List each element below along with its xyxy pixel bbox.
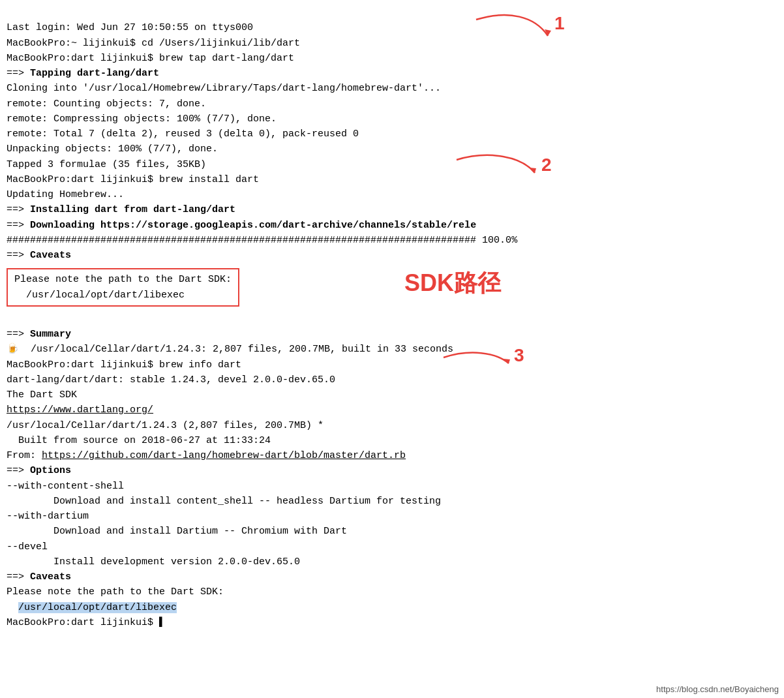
terminal-output-2: ==> Summary 🍺 /usr/local/Cellar/dart/1.2… bbox=[0, 307, 784, 635]
line-35: Please note the path to the Dart SDK: bbox=[7, 586, 224, 598]
line-18: ==> Summary bbox=[7, 329, 71, 340]
line-20: MacBookPro:dart lijinkui$ brew info dart bbox=[7, 359, 241, 371]
line-28: --with-content-shell bbox=[7, 481, 124, 492]
terminal-output: Last login: Wed Jun 27 10:50:55 on ttys0… bbox=[0, 0, 784, 268]
line-26: From: https://github.com/dart-lang/homeb… bbox=[7, 450, 406, 461]
line-12: Updating Homebrew... bbox=[7, 189, 124, 200]
line-27: ==> Options bbox=[7, 465, 71, 476]
sdk-annotation-label: SDK路径 bbox=[404, 267, 501, 299]
line-3: MacBookPro:dart lijinkui$ brew tap dart-… bbox=[7, 53, 294, 64]
line-7: remote: Compressing objects: 100% (7/7),… bbox=[7, 114, 277, 125]
line-31: Download and install Dartium -- Chromium… bbox=[7, 526, 347, 537]
line-15: ########################################… bbox=[7, 235, 517, 246]
sdk-path-box: Please note the path to the Dart SDK: /u… bbox=[7, 268, 239, 307]
line-25: Built from source on 2018-06-27 at 11:33… bbox=[7, 435, 271, 446]
line-23: https://www.dartlang.org/ bbox=[7, 404, 153, 416]
line-5: Cloning into '/usr/local/Homebrew/Librar… bbox=[7, 83, 441, 94]
line-2: MacBookPro:~ lijinkui$ cd /Users/lijinku… bbox=[7, 38, 300, 49]
line-4: ==> Tapping dart-lang/dart bbox=[7, 68, 159, 79]
line-14: ==> Downloading https://storage.googleap… bbox=[7, 220, 476, 231]
line-34: ==> Caveats bbox=[7, 571, 71, 583]
line-8: remote: Total 7 (delta 2), reused 3 (del… bbox=[7, 129, 359, 140]
line-6: remote: Counting objects: 7, done. bbox=[7, 99, 206, 110]
line-29: Download and install content_shell -- he… bbox=[7, 496, 441, 507]
line-30: --with-dartium bbox=[7, 511, 89, 522]
line-11: MacBookPro:dart lijinkui$ brew install d… bbox=[7, 174, 259, 185]
line-19: 🍺 /usr/local/Cellar/dart/1.24.3: 2,807 f… bbox=[7, 344, 453, 355]
line-32: --devel bbox=[7, 541, 48, 553]
line-13: ==> Installing dart from dart-lang/dart bbox=[7, 204, 235, 215]
line-16: ==> Caveats bbox=[7, 250, 71, 261]
line-33: Install development version 2.0.0-dev.65… bbox=[7, 556, 300, 568]
line-24: /usr/local/Cellar/dart/1.24.3 (2,807 fil… bbox=[7, 420, 324, 431]
line-10: Tapped 3 formulae (35 files, 35KB) bbox=[7, 159, 206, 170]
watermark: https://blog.csdn.net/Boyaicheng bbox=[656, 684, 779, 694]
line-9: Unpacking objects: 100% (7/7), done. bbox=[7, 144, 218, 155]
line-22: The Dart SDK bbox=[7, 389, 77, 401]
line-37: MacBookPro:dart lijinkui$ ▌ bbox=[7, 617, 165, 628]
line-36: /usr/local/opt/dart/libexec bbox=[7, 602, 177, 613]
line-21: dart-lang/dart/dart: stable 1.24.3, deve… bbox=[7, 374, 335, 386]
line-1: Last login: Wed Jun 27 10:50:55 on ttys0… bbox=[7, 22, 253, 33]
